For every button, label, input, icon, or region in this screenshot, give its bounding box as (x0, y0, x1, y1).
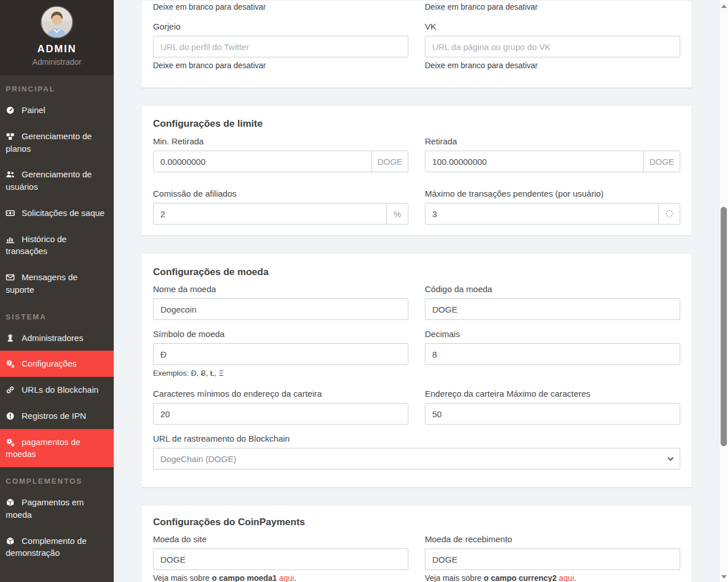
field-help: Deixe em branco para desativar (425, 61, 680, 70)
wallet-min-chars-label: Caracteres mínimos do endereço da cartei… (153, 389, 408, 398)
site-currency-label: Moeda do site (153, 534, 408, 544)
exclamation-circle-icon (6, 411, 16, 421)
tachometer-icon (6, 106, 16, 115)
currency1-help-link[interactable]: aqui (279, 573, 294, 582)
vertical-scrollbar[interactable] (719, 0, 728, 582)
sidebar-nav: PRINCIPAL Painel Gerenciamento de planos… (0, 75, 114, 566)
sidebar-item-label: Configurações (22, 359, 77, 368)
scroll-up-arrow-icon[interactable] (721, 5, 727, 8)
vk-field-label: VK (425, 22, 680, 31)
help-text: Veja mais sobre (425, 573, 484, 582)
symbol-examples-help: Exemplos: Đ, Ƀ, Ł, Ξ (153, 369, 408, 377)
scroll-down-arrow-icon[interactable] (721, 575, 727, 579)
twitter-field-label: Gorjeio (153, 22, 408, 31)
settings-content: Deixe em branco para desativar Gorjeio D… (114, 0, 719, 582)
receive-currency-label: Moeda de recebimento (425, 534, 680, 544)
percent-addon: % (387, 203, 408, 225)
coin-symbol-label: Símbolo de moeda (153, 329, 408, 339)
site-currency-input[interactable] (153, 548, 408, 570)
coinpayments-settings-card: Configurações do CoinPayments Moeda do s… (141, 505, 692, 582)
sidebar-item-registros-ipn[interactable]: Registros de IPN (0, 403, 114, 429)
cubes-icon (6, 132, 16, 141)
withdraw-input[interactable] (425, 151, 644, 172)
cogs-icon (6, 359, 16, 368)
coin-name-label: Nome da moeda (153, 284, 408, 294)
wallet-max-chars-input[interactable] (425, 403, 680, 425)
sidebar-item-label: Complemento de demonstração (6, 536, 86, 558)
spinner-icon (659, 203, 680, 225)
coin-name-input[interactable] (153, 298, 408, 320)
field-help: Deixe em branco para desativar (153, 2, 408, 11)
user-panel: ADMIN Administrador (0, 0, 114, 75)
sidebar-item-label: URLs do Blockchain (22, 385, 98, 394)
sidebar-item-pagamentos-em-moeda[interactable]: Pagamentos em moeda (0, 489, 114, 528)
sidebar-item-urls-blockchain[interactable]: URLs do Blockchain (0, 377, 114, 403)
nav-section-principal: PRINCIPAL (0, 75, 114, 97)
receive-currency-input[interactable] (425, 548, 680, 570)
coin-code-input[interactable] (425, 298, 680, 320)
user-name: ADMIN (0, 43, 114, 55)
user-role: Administrador (0, 57, 114, 66)
sidebar-item-gerenciamento-planos[interactable]: Gerenciamento de planos (0, 123, 114, 162)
sidebar-item-administradores[interactable]: Administradores (0, 325, 114, 351)
sidebar-item-label: Gerenciamento de usuários (6, 169, 92, 192)
coin-symbol-input[interactable] (153, 343, 408, 365)
currency2-help: Veja mais sobre o campo currency2 aqui. (425, 573, 680, 582)
max-pending-tx-label: Máximo de transações pendentes (por usuá… (425, 189, 680, 198)
users-icon (6, 170, 16, 179)
field-help: Deixe em branco para desativar (153, 61, 408, 70)
link-icon (6, 385, 16, 394)
max-pending-tx-input[interactable] (425, 203, 659, 225)
card-title: Configurações do CoinPayments (153, 517, 680, 528)
twitter-url-input[interactable] (153, 36, 408, 57)
nav-section-sistema: SISTEMA (0, 303, 114, 325)
help-text: . (574, 573, 576, 582)
social-settings-card: Deixe em branco para desativar Gorjeio D… (141, 0, 692, 88)
sidebar-item-label: Mensagens de suporte (6, 272, 77, 294)
sidebar-item-pagamentos-de-moedas[interactable]: pagamentos de moedas (0, 429, 114, 468)
scrollbar-thumb[interactable] (721, 207, 727, 446)
chart-bar-icon (6, 235, 16, 244)
sidebar-item-label: pagamentos de moedas (6, 437, 80, 459)
sidebar-item-label: Painel (22, 105, 46, 115)
min-withdraw-input[interactable] (153, 151, 372, 172)
sidebar-item-label: Solicitações de saque (22, 208, 105, 218)
currency1-help: Veja mais sobre o campo moeda1 aqui. (153, 573, 408, 582)
sidebar-item-complemento-demonstracao[interactable]: Complemento de demonstração (0, 528, 114, 567)
sidebar-item-label: Gerenciamento de planos (6, 131, 92, 153)
sidebar-item-historico-transacoes[interactable]: Histórico de transações (0, 226, 114, 265)
sidebar-item-label: Pagamentos em moeda (6, 497, 84, 519)
blockchain-tracking-url-label: URL de rastreamento do Blockchain (153, 434, 680, 443)
affiliate-commission-input[interactable] (153, 203, 387, 225)
nav-section-complementos: COMPLEMENTOS (0, 467, 114, 489)
avatar-image (42, 7, 72, 38)
sidebar-item-label: Administradores (22, 333, 83, 343)
sidebar-item-configuracoes[interactable]: Configurações (0, 351, 114, 377)
avatar (40, 6, 73, 39)
sidebar-item-gerenciamento-usuarios[interactable]: Gerenciamento de usuários (0, 161, 114, 200)
wallet-max-chars-label: Endereço da carteira Máximo de caractere… (425, 389, 680, 398)
help-text: Veja mais sobre (153, 573, 212, 582)
currency-addon: DOGE (372, 151, 408, 172)
decimals-input[interactable] (425, 343, 680, 365)
withdraw-label: Retirada (425, 136, 680, 146)
cube-icon (6, 498, 16, 507)
currency-settings-card: Configurações de moeda Nome da moeda Cód… (141, 253, 692, 488)
sidebar-item-mensagens-suporte[interactable]: Mensagens de suporte (0, 264, 114, 303)
help-bold: o campo moeda1 (212, 573, 277, 582)
help-bold: o campo currency2 (484, 573, 557, 582)
wallet-min-chars-input[interactable] (153, 403, 408, 425)
limit-settings-card: Configurações de limite Min. Retirada DO… (141, 105, 692, 236)
coin-code-label: Código da moeda (425, 284, 680, 294)
sidebar-item-label: Registros de IPN (22, 411, 86, 421)
card-title: Configurações de moeda (153, 267, 680, 278)
currency2-help-link[interactable]: aqui (559, 573, 574, 582)
money-bill-icon (6, 209, 16, 218)
card-title: Configurações de limite (153, 118, 680, 130)
cube-icon (6, 537, 16, 546)
vk-url-input[interactable] (425, 36, 680, 57)
blockchain-tracking-url-select[interactable]: DogeChain (DOGE) (153, 448, 680, 469)
sidebar-item-painel[interactable]: Painel (0, 97, 114, 123)
cogs-icon (6, 438, 16, 447)
sidebar-item-solicitacoes-saque[interactable]: Solicitações de saque (0, 200, 114, 226)
